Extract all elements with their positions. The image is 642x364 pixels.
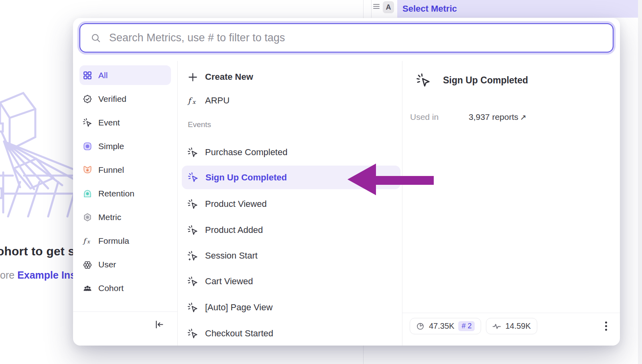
metric-detail-panel: Sign Up Completed Used in 3,937 reports↗… bbox=[402, 61, 620, 346]
rank-chip: # 2 bbox=[458, 321, 475, 331]
list-item-arpu[interactable]: ARPU bbox=[187, 91, 230, 110]
simple-icon bbox=[83, 142, 92, 151]
app-root: A Select Metric ohort to get s oreExampl… bbox=[0, 0, 642, 364]
sidebar-item-user[interactable]: User bbox=[79, 255, 171, 274]
cohort-people-icon bbox=[83, 283, 92, 293]
list-item-checkout-started[interactable]: Checkout Started bbox=[187, 324, 273, 343]
external-link-icon: ↗ bbox=[520, 113, 526, 121]
background-headline-fragment: ohort to get s bbox=[0, 245, 75, 258]
sidebar-item-label: Event bbox=[98, 118, 120, 127]
events-section-header: Events bbox=[188, 120, 211, 129]
sidebar-item-all[interactable]: All bbox=[79, 65, 171, 85]
list-item-session-start[interactable]: Session Start bbox=[187, 246, 258, 265]
metric-list: Create New ARPU Events Purchase Complete… bbox=[178, 61, 402, 346]
reports-link[interactable]: 3,937 reports↗ bbox=[469, 112, 526, 122]
list-item-label: Session Start bbox=[205, 251, 258, 261]
plus-icon bbox=[187, 72, 198, 83]
event-cursor-icon bbox=[187, 147, 198, 158]
list-item-auto-page-view[interactable]: [Auto] Page View bbox=[187, 298, 272, 317]
background-link-prefix: ore bbox=[0, 269, 14, 281]
drag-handle-icon[interactable] bbox=[373, 4, 380, 9]
verified-seal-icon bbox=[83, 94, 92, 104]
retention-icon bbox=[83, 189, 92, 198]
sidebar-item-label: Cohort bbox=[98, 283, 124, 293]
sidebar-item-label: Retention bbox=[98, 189, 134, 198]
sidebar-item-retention[interactable]: Retention bbox=[79, 184, 171, 203]
sidebar-item-funnel[interactable]: Funnel bbox=[79, 160, 171, 180]
metric-row: A Select Metric bbox=[373, 0, 638, 18]
list-item-label: Purchase Completed bbox=[205, 147, 287, 158]
metric-hexagon-icon bbox=[83, 212, 92, 222]
event-cursor-icon bbox=[187, 328, 198, 339]
list-item-label: Cart Viewed bbox=[205, 276, 253, 287]
list-item-label: Product Viewed bbox=[205, 199, 267, 209]
list-item-label: Sign Up Completed bbox=[205, 172, 287, 183]
list-item-product-viewed[interactable]: Product Viewed bbox=[187, 194, 267, 214]
total-events-badge[interactable]: 47.35K # 2 bbox=[410, 318, 481, 334]
list-item-product-added[interactable]: Product Added bbox=[187, 220, 263, 240]
sidebar-item-label: User bbox=[98, 260, 116, 269]
event-cursor-icon bbox=[187, 225, 198, 236]
sidebar-item-label: Simple bbox=[98, 142, 124, 151]
background-right-panel-edge bbox=[638, 0, 642, 364]
formula-fx-icon bbox=[83, 236, 92, 246]
list-item-label: Product Added bbox=[205, 225, 263, 235]
detail-footer-divider bbox=[402, 313, 620, 313]
sidebar-item-metric[interactable]: Metric bbox=[79, 207, 171, 227]
event-star-icon bbox=[187, 251, 198, 261]
list-item-label: Checkout Started bbox=[205, 328, 273, 339]
event-cursor-icon bbox=[187, 302, 198, 313]
list-item-purchase-completed[interactable]: Purchase Completed bbox=[187, 143, 287, 162]
select-metric-field[interactable]: Select Metric bbox=[397, 0, 638, 18]
example-insights-link[interactable]: Example Ins bbox=[17, 269, 76, 281]
select-metric-label: Select Metric bbox=[402, 4, 457, 14]
reports-count: 3,937 reports bbox=[469, 112, 518, 121]
list-item-label: ARPU bbox=[205, 95, 230, 106]
detail-stat-badges: 47.35K # 2 14.59K bbox=[410, 318, 537, 334]
create-new-label: Create New bbox=[205, 72, 253, 82]
total-events-value: 47.35K bbox=[429, 322, 454, 331]
sidebar-item-formula[interactable]: Formula bbox=[79, 231, 171, 251]
pie-chart-icon bbox=[416, 322, 425, 331]
event-cursor-icon bbox=[187, 276, 198, 287]
funnel-icon bbox=[83, 165, 92, 175]
sidebar-item-label: Verified bbox=[98, 94, 126, 104]
event-cursor-icon bbox=[187, 199, 198, 210]
background-link-line: oreExample Ins bbox=[0, 269, 76, 281]
create-new-button[interactable]: Create New bbox=[187, 67, 253, 87]
formula-fx-icon bbox=[187, 95, 198, 106]
grid-icon bbox=[83, 71, 92, 80]
detail-title-row: Sign Up Completed bbox=[416, 73, 528, 88]
event-cursor-icon bbox=[416, 73, 431, 88]
user-cluster-icon bbox=[83, 260, 92, 269]
annotation-arrow bbox=[344, 161, 435, 198]
unique-users-badge[interactable]: 14.59K bbox=[486, 318, 537, 334]
sidebar-item-label: All bbox=[98, 71, 108, 80]
metric-row-label: A bbox=[383, 1, 394, 13]
sidebar-item-event[interactable]: Event bbox=[79, 113, 171, 132]
used-in-label: Used in bbox=[410, 112, 439, 122]
search-input[interactable] bbox=[109, 32, 602, 44]
pulse-icon bbox=[492, 323, 501, 330]
search-icon bbox=[91, 33, 101, 43]
sidebar-footer-divider bbox=[73, 311, 177, 312]
sidebar-item-label: Funnel bbox=[98, 165, 124, 175]
sidebar-item-simple[interactable]: Simple bbox=[79, 136, 171, 156]
sidebar-item-verified[interactable]: Verified bbox=[79, 89, 171, 109]
picker-columns: All Verified Event Simple Funnel bbox=[73, 61, 620, 346]
metric-type-sidebar: All Verified Event Simple Funnel bbox=[73, 61, 178, 346]
unique-users-value: 14.59K bbox=[505, 322, 530, 331]
background-column-divider-2 bbox=[371, 0, 372, 18]
more-options-button[interactable] bbox=[605, 322, 607, 331]
list-item-cart-viewed[interactable]: Cart Viewed bbox=[187, 272, 253, 291]
list-item-label: [Auto] Page View bbox=[205, 302, 272, 313]
event-cursor-icon bbox=[83, 118, 92, 127]
collapse-sidebar-button[interactable] bbox=[151, 316, 168, 333]
sidebar-item-label: Metric bbox=[98, 212, 121, 222]
event-cursor-icon bbox=[188, 172, 199, 183]
sidebar-item-cohort[interactable]: Cohort bbox=[79, 278, 171, 298]
sidebar-item-label: Formula bbox=[98, 236, 129, 246]
collapse-left-icon bbox=[154, 319, 165, 330]
detail-title: Sign Up Completed bbox=[443, 75, 528, 86]
background-wireframe-illustration bbox=[0, 89, 81, 218]
